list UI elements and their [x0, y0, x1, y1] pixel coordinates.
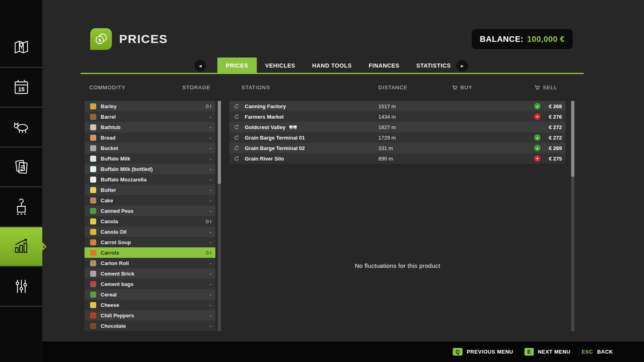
commodity-scrollbar[interactable] [218, 101, 221, 331]
commodity-row-cement-bags[interactable]: Cement bags- [85, 279, 215, 289]
commodity-row-carrot-soup[interactable]: Carrot Soup- [85, 237, 215, 247]
commodity-row-chocolate[interactable]: Chocolate- [85, 321, 215, 331]
price-trend-down-icon: ▼ [534, 155, 541, 162]
sell-point-icon [233, 134, 240, 141]
commodity-row-buffalo-mozzarella[interactable]: Buffalo Mozzarella- [85, 174, 215, 185]
chevron-right-icon: ▶ [461, 64, 464, 68]
commodity-name: Canola Oil [101, 229, 210, 235]
sidebar-item-settings[interactable] [0, 267, 42, 307]
bucket-icon [90, 145, 96, 151]
commodity-row-canola-oil[interactable]: Canola Oil- [85, 226, 215, 237]
station-sell-price: € 276 [549, 114, 562, 120]
commodity-row-bathtub[interactable]: Bathtub- [85, 122, 215, 132]
commodity-row-cereal[interactable]: Cereal- [85, 289, 215, 300]
station-name: Goldcrest Valley [245, 124, 285, 130]
carton-roll-icon [90, 260, 96, 266]
stations-scrollbar[interactable] [571, 101, 574, 331]
commodity-row-carton-roll[interactable]: Carton Roll- [85, 258, 215, 268]
settings-sliders-icon [12, 277, 31, 296]
sidebar-item-calendar[interactable]: 15 [0, 68, 42, 108]
commodity-row-barley[interactable]: Barley0 l [85, 101, 215, 111]
commodity-name: Barley [101, 103, 206, 109]
sell-point-icon [233, 145, 240, 151]
key-e: E [524, 348, 534, 356]
station-row-grain-river-silo[interactable]: Grain River Silo890 m▼€ 275 [229, 153, 566, 164]
commodity-row-cake[interactable]: Cake- [85, 195, 215, 206]
commodity-row-canola[interactable]: Canola0 l [85, 216, 215, 226]
sidebar-item-contracts[interactable] [0, 148, 42, 187]
commodity-storage: - [210, 302, 211, 308]
stations-scrollbar-thumb[interactable] [571, 101, 574, 177]
cow-icon [12, 118, 31, 136]
station-sell-price: € 268 [549, 103, 562, 109]
balance-value: 100,000 € [527, 35, 564, 44]
commodity-row-chili-peppers[interactable]: Chili Peppers- [85, 310, 215, 321]
stations-list: Canning Factory1517 m▲€ 268Farmers Marke… [229, 101, 566, 164]
station-sell-price: € 272 [549, 135, 562, 141]
hint-label: BACK [597, 349, 613, 355]
hint-back: ESCBACK [582, 348, 613, 356]
commodity-name: Buffalo Milk (bottled) [101, 166, 210, 172]
cheese-icon [90, 302, 96, 308]
commodity-row-bucket[interactable]: Bucket- [85, 143, 215, 153]
commodity-scrollbar-thumb[interactable] [218, 101, 221, 184]
column-header-sell: SELL [535, 84, 557, 90]
commodity-row-carrots[interactable]: Carrots0 l [85, 247, 215, 258]
column-header-buy: BUY [452, 84, 473, 90]
commodity-row-butter[interactable]: Butter- [85, 185, 215, 195]
commodity-row-buffalo-milk-bottled[interactable]: Buffalo Milk (bottled)- [85, 164, 215, 174]
calendar-day: 15 [18, 86, 25, 93]
tab-hand-tools[interactable]: HAND TOOLS [304, 58, 360, 74]
train-icon [289, 125, 297, 130]
station-name: Grain Barge Terminal 01 [245, 135, 305, 141]
commodity-list: Barley0 lBarrel-Bathtub-Bread-Bucket-Buf… [85, 101, 215, 331]
price-trend-down-icon: ▼ [534, 113, 541, 120]
station-row-grain-barge-terminal-01[interactable]: Grain Barge Terminal 011729 m▲€ 272 [229, 132, 566, 143]
barrel-icon [90, 114, 96, 120]
tab-prices[interactable]: PRICES [217, 58, 257, 74]
commodity-name: Carrot Soup [101, 239, 210, 245]
tab-vehicles[interactable]: VEHICLES [257, 58, 304, 74]
tab-statistics[interactable]: STATISTICS [408, 58, 459, 74]
sidebar-item-map[interactable] [0, 28, 42, 68]
buffalo-milk-icon [90, 156, 96, 162]
footer-hints: QPREVIOUS MENUENEXT MENUESCBACK [0, 341, 644, 362]
tabs-prev-button[interactable]: ◀ [194, 60, 206, 72]
commodity-name: Bucket [101, 145, 210, 151]
prices-chart-icon [12, 237, 31, 256]
commodity-row-bread[interactable]: Bread- [85, 132, 215, 143]
chili-peppers-icon [90, 313, 96, 319]
station-row-canning-factory[interactable]: Canning Factory1517 m▲€ 268 [229, 101, 566, 111]
station-sell-price: € 269 [549, 145, 562, 151]
key-q: Q [453, 348, 463, 356]
sidebar-item-production[interactable] [0, 187, 42, 227]
cement-brick-icon [90, 271, 96, 277]
tab-finances[interactable]: FINANCES [360, 58, 408, 74]
commodity-storage: 0 l [206, 218, 211, 224]
station-row-goldcrest-valley[interactable]: Goldcrest Valley1827 m€ 272 [229, 122, 566, 132]
price-trend-up-icon: ▲ [534, 145, 541, 151]
commodity-row-buffalo-milk[interactable]: Buffalo Milk- [85, 153, 215, 164]
commodity-row-cheese[interactable]: Cheese- [85, 300, 215, 310]
cake-icon [90, 197, 96, 204]
hint-next-menu: ENEXT MENU [524, 348, 570, 356]
buffalo-mozzarella-icon [90, 177, 96, 183]
commodity-storage: 0 l [206, 250, 211, 256]
station-distance: 1729 m [378, 135, 396, 141]
commodity-storage: - [210, 239, 211, 245]
sidebar-item-prices[interactable]: ▸ [0, 227, 42, 267]
station-row-farmers-market[interactable]: Farmers Market1434 m▼€ 276 [229, 111, 566, 122]
commodity-storage: - [210, 187, 211, 193]
column-header-distance: DISTANCE [378, 84, 408, 90]
sidebar: 15 [0, 0, 42, 362]
tabs-next-button[interactable]: ▶ [456, 60, 468, 72]
sell-point-icon [233, 155, 240, 162]
sidebar-item-animals[interactable] [0, 108, 42, 148]
station-row-grain-barge-terminal-02[interactable]: Grain Barge Terminal 02331 m▲€ 269 [229, 143, 566, 153]
carrots-icon [90, 250, 96, 256]
commodity-row-barrel[interactable]: Barrel- [85, 111, 215, 122]
commodity-row-canned-peas[interactable]: Canned Peas- [85, 206, 215, 216]
sell-cart-icon [535, 85, 540, 90]
commodity-row-cement-brick[interactable]: Cement Brick- [85, 268, 215, 279]
commodity-storage: - [210, 197, 211, 204]
